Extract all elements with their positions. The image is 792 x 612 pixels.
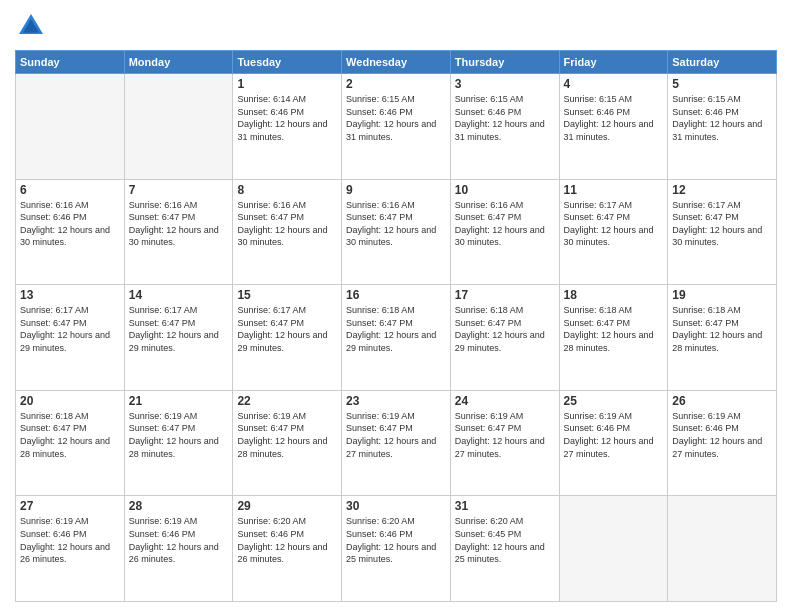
day-number: 16 [346,288,446,302]
day-number: 7 [129,183,229,197]
day-info: Sunrise: 6:20 AM Sunset: 6:46 PM Dayligh… [346,515,446,565]
calendar-cell: 19Sunrise: 6:18 AM Sunset: 6:47 PM Dayli… [668,285,777,391]
day-info: Sunrise: 6:17 AM Sunset: 6:47 PM Dayligh… [672,199,772,249]
day-number: 31 [455,499,555,513]
calendar-cell: 31Sunrise: 6:20 AM Sunset: 6:45 PM Dayli… [450,496,559,602]
day-number: 9 [346,183,446,197]
day-number: 17 [455,288,555,302]
calendar-cell: 7Sunrise: 6:16 AM Sunset: 6:47 PM Daylig… [124,179,233,285]
logo-icon [15,10,47,42]
day-number: 24 [455,394,555,408]
day-info: Sunrise: 6:16 AM Sunset: 6:47 PM Dayligh… [237,199,337,249]
day-info: Sunrise: 6:19 AM Sunset: 6:47 PM Dayligh… [129,410,229,460]
day-number: 29 [237,499,337,513]
calendar-cell: 29Sunrise: 6:20 AM Sunset: 6:46 PM Dayli… [233,496,342,602]
calendar-cell: 28Sunrise: 6:19 AM Sunset: 6:46 PM Dayli… [124,496,233,602]
day-info: Sunrise: 6:16 AM Sunset: 6:47 PM Dayligh… [455,199,555,249]
day-number: 1 [237,77,337,91]
day-info: Sunrise: 6:18 AM Sunset: 6:47 PM Dayligh… [672,304,772,354]
day-number: 13 [20,288,120,302]
day-info: Sunrise: 6:19 AM Sunset: 6:46 PM Dayligh… [129,515,229,565]
day-number: 22 [237,394,337,408]
calendar-cell: 14Sunrise: 6:17 AM Sunset: 6:47 PM Dayli… [124,285,233,391]
day-info: Sunrise: 6:17 AM Sunset: 6:47 PM Dayligh… [129,304,229,354]
calendar-cell: 26Sunrise: 6:19 AM Sunset: 6:46 PM Dayli… [668,390,777,496]
weekday-header-tuesday: Tuesday [233,51,342,74]
day-info: Sunrise: 6:17 AM Sunset: 6:47 PM Dayligh… [20,304,120,354]
calendar-cell [124,74,233,180]
calendar-cell: 21Sunrise: 6:19 AM Sunset: 6:47 PM Dayli… [124,390,233,496]
calendar-cell: 11Sunrise: 6:17 AM Sunset: 6:47 PM Dayli… [559,179,668,285]
calendar-cell [16,74,125,180]
day-info: Sunrise: 6:19 AM Sunset: 6:46 PM Dayligh… [20,515,120,565]
page: SundayMondayTuesdayWednesdayThursdayFrid… [0,0,792,612]
day-info: Sunrise: 6:18 AM Sunset: 6:47 PM Dayligh… [20,410,120,460]
calendar-cell: 25Sunrise: 6:19 AM Sunset: 6:46 PM Dayli… [559,390,668,496]
weekday-header-saturday: Saturday [668,51,777,74]
calendar-cell: 8Sunrise: 6:16 AM Sunset: 6:47 PM Daylig… [233,179,342,285]
day-info: Sunrise: 6:15 AM Sunset: 6:46 PM Dayligh… [564,93,664,143]
calendar-cell: 12Sunrise: 6:17 AM Sunset: 6:47 PM Dayli… [668,179,777,285]
calendar-cell: 24Sunrise: 6:19 AM Sunset: 6:47 PM Dayli… [450,390,559,496]
day-number: 18 [564,288,664,302]
calendar-cell: 15Sunrise: 6:17 AM Sunset: 6:47 PM Dayli… [233,285,342,391]
day-number: 4 [564,77,664,91]
day-info: Sunrise: 6:18 AM Sunset: 6:47 PM Dayligh… [455,304,555,354]
calendar-cell: 17Sunrise: 6:18 AM Sunset: 6:47 PM Dayli… [450,285,559,391]
weekday-header-thursday: Thursday [450,51,559,74]
logo [15,10,51,42]
calendar-cell [668,496,777,602]
day-number: 27 [20,499,120,513]
day-number: 30 [346,499,446,513]
calendar-cell: 27Sunrise: 6:19 AM Sunset: 6:46 PM Dayli… [16,496,125,602]
week-row-4: 27Sunrise: 6:19 AM Sunset: 6:46 PM Dayli… [16,496,777,602]
weekday-header-row: SundayMondayTuesdayWednesdayThursdayFrid… [16,51,777,74]
day-info: Sunrise: 6:16 AM Sunset: 6:46 PM Dayligh… [20,199,120,249]
day-number: 25 [564,394,664,408]
day-info: Sunrise: 6:19 AM Sunset: 6:47 PM Dayligh… [346,410,446,460]
day-info: Sunrise: 6:18 AM Sunset: 6:47 PM Dayligh… [564,304,664,354]
day-number: 11 [564,183,664,197]
day-info: Sunrise: 6:19 AM Sunset: 6:46 PM Dayligh… [672,410,772,460]
calendar-cell: 9Sunrise: 6:16 AM Sunset: 6:47 PM Daylig… [342,179,451,285]
calendar: SundayMondayTuesdayWednesdayThursdayFrid… [15,50,777,602]
day-number: 12 [672,183,772,197]
day-number: 21 [129,394,229,408]
day-info: Sunrise: 6:18 AM Sunset: 6:47 PM Dayligh… [346,304,446,354]
day-number: 28 [129,499,229,513]
day-number: 14 [129,288,229,302]
week-row-0: 1Sunrise: 6:14 AM Sunset: 6:46 PM Daylig… [16,74,777,180]
day-number: 2 [346,77,446,91]
calendar-cell: 20Sunrise: 6:18 AM Sunset: 6:47 PM Dayli… [16,390,125,496]
day-number: 3 [455,77,555,91]
day-info: Sunrise: 6:19 AM Sunset: 6:47 PM Dayligh… [455,410,555,460]
day-number: 15 [237,288,337,302]
weekday-header-monday: Monday [124,51,233,74]
day-info: Sunrise: 6:17 AM Sunset: 6:47 PM Dayligh… [237,304,337,354]
calendar-cell: 22Sunrise: 6:19 AM Sunset: 6:47 PM Dayli… [233,390,342,496]
day-info: Sunrise: 6:15 AM Sunset: 6:46 PM Dayligh… [346,93,446,143]
day-number: 8 [237,183,337,197]
day-info: Sunrise: 6:14 AM Sunset: 6:46 PM Dayligh… [237,93,337,143]
day-number: 19 [672,288,772,302]
calendar-cell: 4Sunrise: 6:15 AM Sunset: 6:46 PM Daylig… [559,74,668,180]
calendar-cell: 1Sunrise: 6:14 AM Sunset: 6:46 PM Daylig… [233,74,342,180]
calendar-cell: 6Sunrise: 6:16 AM Sunset: 6:46 PM Daylig… [16,179,125,285]
day-info: Sunrise: 6:17 AM Sunset: 6:47 PM Dayligh… [564,199,664,249]
weekday-header-sunday: Sunday [16,51,125,74]
calendar-cell: 18Sunrise: 6:18 AM Sunset: 6:47 PM Dayli… [559,285,668,391]
day-info: Sunrise: 6:19 AM Sunset: 6:46 PM Dayligh… [564,410,664,460]
calendar-cell: 30Sunrise: 6:20 AM Sunset: 6:46 PM Dayli… [342,496,451,602]
day-number: 5 [672,77,772,91]
calendar-cell: 2Sunrise: 6:15 AM Sunset: 6:46 PM Daylig… [342,74,451,180]
header [15,10,777,42]
day-info: Sunrise: 6:20 AM Sunset: 6:45 PM Dayligh… [455,515,555,565]
week-row-1: 6Sunrise: 6:16 AM Sunset: 6:46 PM Daylig… [16,179,777,285]
day-number: 6 [20,183,120,197]
day-number: 20 [20,394,120,408]
day-number: 26 [672,394,772,408]
calendar-cell: 23Sunrise: 6:19 AM Sunset: 6:47 PM Dayli… [342,390,451,496]
calendar-cell: 13Sunrise: 6:17 AM Sunset: 6:47 PM Dayli… [16,285,125,391]
day-info: Sunrise: 6:20 AM Sunset: 6:46 PM Dayligh… [237,515,337,565]
calendar-cell: 10Sunrise: 6:16 AM Sunset: 6:47 PM Dayli… [450,179,559,285]
